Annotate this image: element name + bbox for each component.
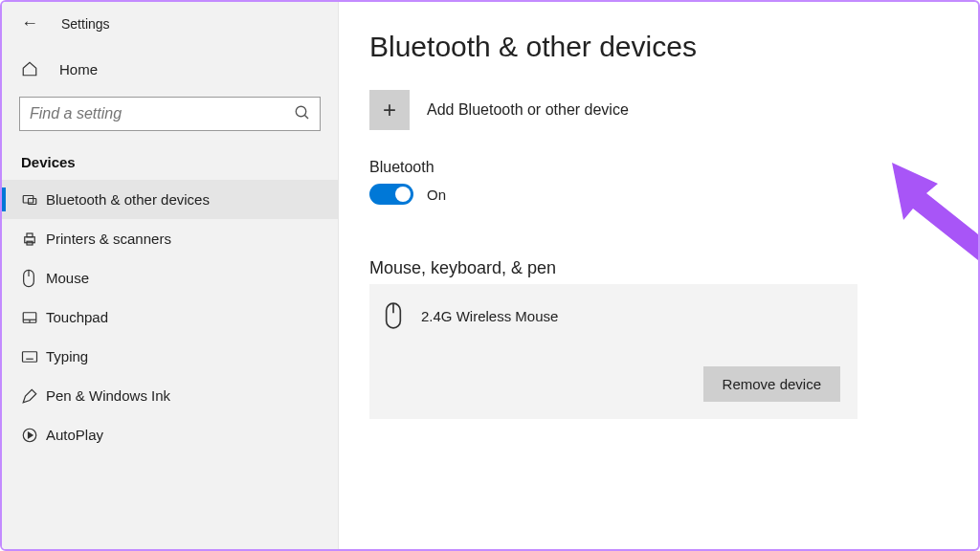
device-group-title: Mouse, keyboard, & pen [369, 258, 969, 278]
svg-rect-4 [25, 236, 35, 242]
window-topbar: ← Settings [2, 2, 338, 43]
sidebar-item-label: Mouse [46, 270, 89, 286]
touchpad-icon [21, 309, 40, 326]
device-name: 2.4G Wireless Mouse [421, 308, 558, 324]
device-row: 2.4G Wireless Mouse [383, 301, 840, 330]
printer-icon [21, 231, 40, 248]
nav-home[interactable]: Home [2, 43, 338, 87]
sidebar-item-touchpad[interactable]: Touchpad [2, 298, 338, 337]
svg-rect-3 [29, 198, 36, 204]
pen-icon [21, 387, 40, 405]
svg-line-1 [304, 115, 308, 119]
nav-home-label: Home [59, 61, 98, 77]
plus-icon: + [369, 90, 410, 130]
search-icon [294, 104, 311, 121]
window-title: Settings [61, 16, 110, 32]
add-device-button[interactable]: + Add Bluetooth or other device [369, 90, 969, 130]
sidebar-item-label: Pen & Windows Ink [46, 387, 170, 404]
bluetooth-section-label: Bluetooth [369, 159, 969, 176]
bluetooth-toggle-row: On [369, 184, 969, 205]
sidebar-section-label: Devices [2, 141, 338, 180]
sidebar-item-autoplay[interactable]: AutoPlay [2, 415, 338, 454]
svg-rect-5 [27, 233, 33, 237]
search-input[interactable] [19, 97, 321, 131]
svg-point-0 [296, 106, 306, 117]
sidebar-item-printers[interactable]: Printers & scanners [2, 219, 338, 258]
sidebar-item-label: Bluetooth & other devices [46, 191, 210, 208]
remove-device-button[interactable]: Remove device [703, 366, 840, 402]
page-title: Bluetooth & other devices [369, 31, 969, 63]
bluetooth-toggle-state: On [427, 187, 446, 203]
bluetooth-toggle[interactable] [369, 184, 413, 205]
main-content: Bluetooth & other devices + Add Bluetoot… [339, 2, 978, 549]
bluetooth-devices-icon [21, 191, 40, 209]
svg-marker-19 [29, 432, 33, 438]
sidebar-item-label: Printers & scanners [46, 231, 171, 247]
sidebar-item-label: AutoPlay [46, 427, 103, 443]
sidebar-item-typing[interactable]: Typing [2, 337, 338, 376]
back-arrow-icon[interactable]: ← [21, 13, 38, 33]
sidebar-item-label: Typing [46, 348, 88, 364]
sidebar-item-bluetooth-devices[interactable]: Bluetooth & other devices [2, 180, 338, 219]
home-icon [21, 60, 40, 77]
search-wrap [19, 97, 321, 131]
mouse-device-icon [383, 301, 404, 330]
add-device-label: Add Bluetooth or other device [427, 101, 629, 119]
sidebar-item-label: Touchpad [46, 309, 108, 325]
mouse-icon [21, 269, 40, 288]
svg-rect-12 [23, 351, 37, 362]
autoplay-icon [21, 427, 40, 444]
keyboard-icon [21, 350, 40, 364]
settings-sidebar: ← Settings Home Devices Bluetooth & othe… [2, 2, 339, 549]
sidebar-item-mouse[interactable]: Mouse [2, 258, 338, 298]
sidebar-item-pen-ink[interactable]: Pen & Windows Ink [2, 376, 338, 415]
device-card[interactable]: 2.4G Wireless Mouse Remove device [369, 284, 858, 419]
sidebar-nav-list: Bluetooth & other devices Printers & sca… [2, 180, 338, 454]
